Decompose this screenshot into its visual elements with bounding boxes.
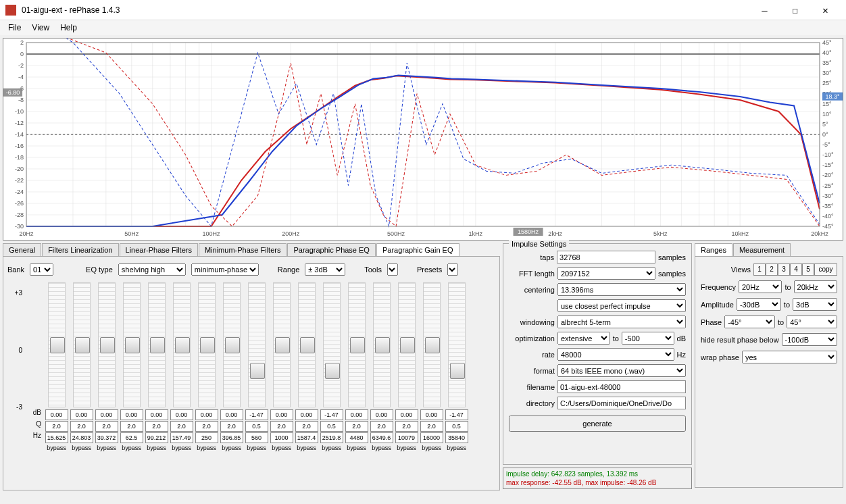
format-select[interactable]: 64 bits IEEE mono (.wav) <box>557 364 686 377</box>
eq-hz-8[interactable]: 560 <box>245 432 268 443</box>
taps-input[interactable] <box>557 251 655 263</box>
eq-db-12[interactable]: 0.00 <box>345 409 368 420</box>
view-4[interactable]: 4 <box>790 263 802 276</box>
eq-hz-9[interactable]: 1000 <box>270 432 293 443</box>
phase-to[interactable]: 45° <box>787 316 837 328</box>
fft-select[interactable]: 2097152 <box>557 267 655 280</box>
eq-q-1[interactable]: 2.0 <box>70 421 93 432</box>
eq-slider-6[interactable] <box>198 282 216 407</box>
menu-view[interactable]: View <box>26 22 55 34</box>
eq-bypass-1[interactable]: bypass <box>70 444 93 453</box>
eq-db-10[interactable]: 0.00 <box>295 409 318 420</box>
eq-slider-9[interactable] <box>273 282 291 407</box>
minimize-button[interactable]: — <box>749 0 780 20</box>
tab-linear-phase-filters[interactable]: Linear-Phase Filters <box>120 243 198 256</box>
hide-phase-select[interactable]: -100dB <box>782 333 837 346</box>
eq-q-3[interactable]: 2.0 <box>120 421 143 432</box>
tab-filters-linearization[interactable]: Filters Linearization <box>42 243 118 256</box>
eq-bypass-12[interactable]: bypass <box>345 444 368 453</box>
eq-bypass-2[interactable]: bypass <box>95 444 118 453</box>
eq-hz-1[interactable]: 24.803 <box>70 432 93 443</box>
eq-bypass-9[interactable]: bypass <box>270 444 293 453</box>
response-chart[interactable]: 20-2-4-6-8-10-12-14-16-18-20-22-24-26-28… <box>3 38 843 241</box>
eq-bypass-14[interactable]: bypass <box>395 444 418 453</box>
phase-mode-select[interactable]: minimum-phase <box>191 263 259 276</box>
directory-input[interactable] <box>557 397 686 409</box>
eq-q-4[interactable]: 2.0 <box>145 421 168 432</box>
eq-db-1[interactable]: 0.00 <box>70 409 93 420</box>
eq-hz-12[interactable]: 4480 <box>345 432 368 443</box>
eq-slider-5[interactable] <box>173 282 191 407</box>
eq-hz-15[interactable]: 16000 <box>420 432 443 443</box>
eq-db-4[interactable]: 0.00 <box>145 409 168 420</box>
windowing-select[interactable]: albrecht 5-term <box>557 316 686 328</box>
eq-db-14[interactable]: 0.00 <box>395 409 418 420</box>
eq-db-2[interactable]: 0.00 <box>95 409 118 420</box>
eq-q-10[interactable]: 2.0 <box>295 421 318 432</box>
eq-bypass-5[interactable]: bypass <box>170 444 193 453</box>
eq-q-11[interactable]: 0.5 <box>320 421 343 432</box>
phase-from[interactable]: -45° <box>724 316 775 328</box>
eq-db-9[interactable]: 0.00 <box>270 409 293 420</box>
menu-file[interactable]: File <box>3 22 26 34</box>
eq-q-0[interactable]: 2.0 <box>45 421 68 432</box>
eqtype-select[interactable]: shelving high <box>118 263 186 276</box>
eq-db-0[interactable]: 0.00 <box>45 409 68 420</box>
eq-q-13[interactable]: 2.0 <box>370 421 393 432</box>
view-2[interactable]: 2 <box>766 263 778 276</box>
eq-slider-7[interactable] <box>223 282 241 407</box>
centering-ms-select[interactable]: 13.396ms <box>557 283 686 296</box>
generate-button[interactable]: generate <box>509 415 686 432</box>
eq-q-14[interactable]: 2.0 <box>395 421 418 432</box>
eq-bypass-15[interactable]: bypass <box>420 444 443 453</box>
eq-hz-3[interactable]: 62.5 <box>120 432 143 443</box>
tab-general[interactable]: General <box>3 243 41 256</box>
range-select[interactable]: ± 3dB <box>305 263 345 276</box>
eq-slider-3[interactable] <box>123 282 141 407</box>
optimization-select[interactable]: extensive <box>557 332 610 345</box>
eq-hz-13[interactable]: 6349.6 <box>370 432 393 443</box>
eq-db-11[interactable]: -1.47 <box>320 409 343 420</box>
eq-slider-10[interactable] <box>298 282 316 407</box>
tab-measurement[interactable]: Measurement <box>733 243 791 256</box>
eq-q-12[interactable]: 2.0 <box>345 421 368 432</box>
eq-bypass-0[interactable]: bypass <box>45 444 68 453</box>
maximize-button[interactable]: ☐ <box>780 0 810 20</box>
close-button[interactable]: ✕ <box>810 0 841 20</box>
eq-hz-11[interactable]: 2519.8 <box>320 432 343 443</box>
eq-db-13[interactable]: 0.00 <box>370 409 393 420</box>
eq-q-6[interactable]: 2.0 <box>195 421 218 432</box>
view-copy[interactable]: copy <box>814 263 837 276</box>
eq-bypass-13[interactable]: bypass <box>370 444 393 453</box>
eq-hz-4[interactable]: 99.212 <box>145 432 168 443</box>
eq-bypass-4[interactable]: bypass <box>145 444 168 453</box>
eq-slider-2[interactable] <box>98 282 116 407</box>
eq-slider-12[interactable] <box>348 282 366 407</box>
presets-menu[interactable] <box>447 263 458 276</box>
eq-slider-4[interactable] <box>148 282 166 407</box>
eq-db-7[interactable]: 0.00 <box>220 409 243 420</box>
view-1[interactable]: 1 <box>753 263 766 276</box>
filename-input[interactable] <box>557 380 686 393</box>
tab-ranges[interactable]: Ranges <box>695 243 732 256</box>
eq-q-2[interactable]: 2.0 <box>95 421 118 432</box>
eq-hz-2[interactable]: 39.372 <box>95 432 118 443</box>
eq-db-8[interactable]: -1.47 <box>245 409 268 420</box>
eq-slider-14[interactable] <box>398 282 416 407</box>
eq-slider-0[interactable] <box>48 282 66 407</box>
eq-q-5[interactable]: 2.0 <box>170 421 193 432</box>
eq-bypass-3[interactable]: bypass <box>120 444 143 453</box>
eq-hz-10[interactable]: 1587.4 <box>295 432 318 443</box>
eq-bypass-16[interactable]: bypass <box>445 444 468 453</box>
eq-hz-16[interactable]: 35840 <box>445 432 468 443</box>
eq-db-16[interactable]: -1.47 <box>445 409 468 420</box>
tab-paragraphic-gain-eq[interactable]: Paragraphic Gain EQ <box>376 243 459 256</box>
centering-mode-select[interactable]: use closest perfect impulse <box>557 299 686 312</box>
eq-slider-15[interactable] <box>423 282 441 407</box>
wrap-phase-select[interactable]: yes <box>742 351 837 363</box>
eq-hz-7[interactable]: 396.85 <box>220 432 243 443</box>
eq-q-7[interactable]: 2.0 <box>220 421 243 432</box>
eq-bypass-10[interactable]: bypass <box>295 444 318 453</box>
freq-from[interactable]: 20Hz <box>739 280 782 293</box>
amp-from[interactable]: -30dB <box>737 298 781 311</box>
